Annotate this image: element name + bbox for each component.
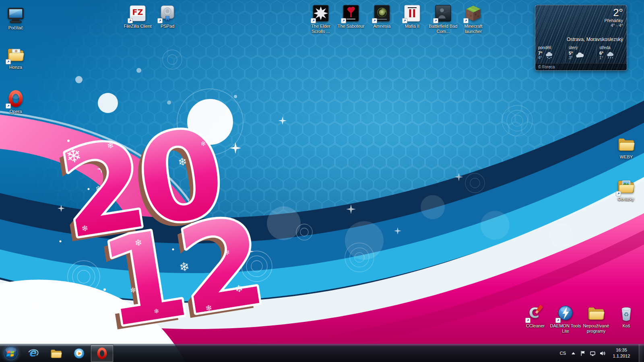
- svg-text:❄: ❄: [177, 155, 188, 169]
- desktop-icon-label: Koš: [611, 323, 642, 329]
- svg-text:II: II: [408, 8, 416, 20]
- desktop-icon-recycle-b in[interactable]: ♻ Koš: [611, 304, 642, 329]
- daemon-tools-icon: [556, 304, 575, 322]
- shortcut-arrow-icon: [463, 18, 469, 23]
- cloud-icon: [575, 51, 585, 60]
- desktop-icon-label: Obrázky: [610, 197, 642, 202]
- desktop-icon-obrazky[interactable]: Obrázky: [610, 177, 642, 202]
- amnesia-icon: [373, 4, 391, 23]
- windows-orb-icon: [3, 345, 19, 361]
- clock-date: 1.1.2012: [610, 353, 633, 359]
- computer-icon: [6, 6, 25, 24]
- pictures-folder-icon: [617, 177, 635, 195]
- weather-provider: © Foreca: [535, 63, 627, 70]
- shortcut-arrow-icon: [433, 18, 438, 23]
- language-indicator[interactable]: CS: [559, 349, 567, 357]
- current-temperature: 2°: [605, 7, 623, 18]
- folder-icon: [587, 304, 605, 322]
- shortcut-arrow-icon: [311, 18, 316, 23]
- temperature-range: 4° - 4°: [605, 23, 623, 28]
- desktop-icon-elder-scrolls[interactable]: The Elder Scrolls ...: [305, 4, 336, 34]
- weather-forecast: pondělí 7° 4° úterý 5°: [535, 44, 627, 63]
- action-center-button[interactable]: [580, 350, 586, 356]
- shortcut-arrow-icon: [402, 18, 407, 23]
- desktop-icon-label: Minecraft launcher: [458, 24, 489, 34]
- desktop-icon-label: Nepoužívané programy: [580, 323, 612, 334]
- desktop-icon-label: Battlefield Bad Com...: [427, 24, 459, 34]
- forecast-day: středa 6° 1°: [596, 44, 627, 63]
- shortcut-arrow-icon: [6, 103, 11, 109]
- desktop-icon-label: CCleaner: [520, 323, 551, 329]
- desktop-icon-label: Honza: [0, 65, 31, 70]
- shortcut-arrow-icon: [6, 59, 11, 64]
- desktop-icon-label: Amnesia: [366, 24, 398, 29]
- desktop-icon-label: WEBY: [611, 154, 642, 160]
- desktop-icon-label: The Elder Scrolls ...: [305, 24, 336, 34]
- media-player-icon: [73, 347, 85, 360]
- forecast-day: pondělí 7° 4°: [535, 44, 566, 63]
- svg-text:FZ: FZ: [132, 8, 143, 16]
- weather-current: 2° Přeháňky 4° - 4°: [605, 7, 623, 28]
- taskbar-button-opera[interactable]: [91, 344, 114, 362]
- recycle-bin-icon: ♻: [617, 304, 636, 322]
- folder-icon: [617, 135, 636, 153]
- desktop-icon-battlefield[interactable]: Battlefield Bad Com...: [427, 4, 459, 34]
- desktop-icon-label: DAEMON Tools Lite: [550, 323, 581, 334]
- desktop-icon-unused-programs[interactable]: Nepoužívané programy: [580, 304, 612, 334]
- weather-gadget[interactable]: 2° Přeháňky 4° - 4° Ostrava, Moravskosle…: [535, 5, 627, 71]
- desktop-icon-label: FileZilla Client: [122, 24, 153, 29]
- desktop-icon-minecraft[interactable]: Minecraft launcher: [458, 4, 489, 34]
- desktop-icon-label: Mafia II: [396, 24, 428, 29]
- desktop-icon-label: Opera: [0, 109, 31, 114]
- desktop-icon-filezilla[interactable]: FZ FileZilla Client: [122, 4, 153, 29]
- desktop-icon-computer[interactable]: Počítač: [0, 6, 31, 31]
- shortcut-arrow-icon: [555, 318, 561, 323]
- taskbar-button-internet-explorer[interactable]: e: [22, 344, 45, 362]
- desktop-icon-pspad[interactable]: PSPad: [152, 4, 183, 29]
- weather-condition: Přeháňky: [605, 18, 623, 23]
- network-icon: [590, 350, 596, 356]
- mafia2-icon: II: [403, 4, 421, 23]
- filezilla-icon: FZ: [128, 4, 147, 23]
- desktop-icon-label: PSPad: [152, 24, 183, 29]
- desktop-icon-mafia2[interactable]: II Mafia II: [396, 4, 428, 29]
- ccleaner-icon: C: [526, 304, 545, 322]
- start-button[interactable]: [0, 344, 22, 362]
- battlefield-icon: [434, 4, 452, 23]
- forecast-day: úterý 5° 3°: [566, 44, 596, 63]
- desktop-icon-daemon-tools[interactable]: DAEMON Tools Lite: [550, 304, 581, 334]
- shortcut-arrow-icon: [525, 318, 530, 323]
- show-desktop-button[interactable]: [639, 344, 644, 362]
- opera-icon: [96, 347, 108, 360]
- volume-button[interactable]: [599, 350, 605, 356]
- minecraft-icon: [464, 4, 483, 23]
- taskbar-button-media-player[interactable]: [68, 344, 91, 362]
- network-button[interactable]: [590, 350, 596, 356]
- snow-shower-icon: [545, 51, 554, 60]
- desktop-icon-honza[interactable]: Honza: [0, 45, 31, 70]
- clock[interactable]: 16:35 1.1.2012: [610, 347, 633, 360]
- desktop-icon-label: The Saboteur: [335, 24, 367, 29]
- desktop-icon-amnesia[interactable]: Amnesia: [366, 4, 398, 29]
- shortcut-arrow-icon: [616, 191, 621, 196]
- desktop-icon-opera[interactable]: Opera: [0, 89, 31, 114]
- weather-location: Ostrava, Moravskoslezský: [538, 37, 623, 42]
- folder-icon: [50, 347, 62, 360]
- show-hidden-icons-button[interactable]: [570, 350, 576, 356]
- desktop-icon-weby[interactable]: WEBY: [611, 135, 642, 160]
- pspad-icon: [158, 4, 177, 23]
- saboteur-icon: [342, 4, 360, 23]
- rain-shower-icon: [606, 51, 615, 60]
- internet-explorer-icon: e: [27, 347, 39, 360]
- system-tray: CS 16:35 1.1.2012: [559, 344, 644, 362]
- speaker-icon: [599, 350, 605, 356]
- desktop-icon-saboteur[interactable]: The Saboteur: [335, 4, 367, 29]
- shortcut-arrow-icon: [128, 18, 133, 23]
- taskbar-button-explorer[interactable]: [45, 344, 68, 362]
- chevron-up-icon: [570, 350, 576, 356]
- svg-text:♻: ♻: [623, 311, 629, 318]
- shortcut-arrow-icon: [157, 18, 163, 23]
- desktop-icon-ccleaner[interactable]: C CCleaner: [520, 304, 551, 329]
- opera-icon: [6, 89, 25, 108]
- svg-text:e: e: [29, 347, 37, 359]
